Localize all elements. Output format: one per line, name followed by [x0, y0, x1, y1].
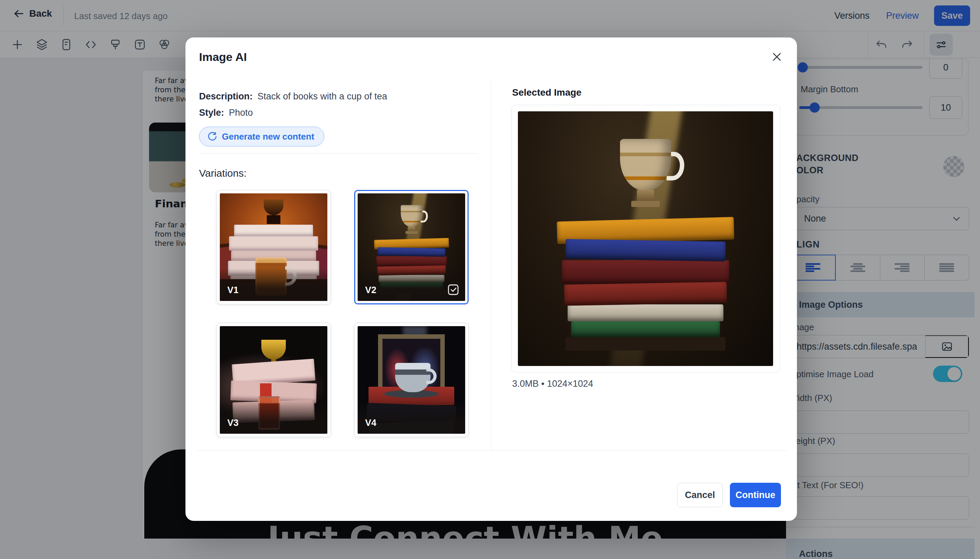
variation-thumbnail-v4[interactable]: V4: [354, 323, 469, 437]
cancel-button[interactable]: Cancel: [677, 483, 723, 507]
selected-image-card: [511, 105, 780, 372]
thumbnail-gradient: [220, 268, 327, 301]
variations-label: Variations:: [199, 167, 247, 179]
generate-label: Generate new content: [222, 131, 314, 142]
trophy-graphic: [264, 200, 284, 215]
variation-image-v1: V1: [220, 194, 327, 301]
thumbnail-gradient: [220, 401, 327, 434]
variation-label: V2: [365, 285, 376, 296]
variation-label: V4: [365, 418, 376, 428]
selected-image-preview: [518, 111, 773, 366]
style-label: Style:: [199, 108, 224, 118]
variation-thumbnail-v3[interactable]: V3: [216, 323, 331, 437]
continue-button[interactable]: Continue: [730, 483, 781, 507]
variation-thumbnail-v1[interactable]: V1: [216, 190, 331, 304]
variation-thumbnail-v2[interactable]: V2: [354, 190, 469, 304]
thumbnail-gradient: [358, 401, 465, 434]
close-icon: [771, 51, 782, 62]
variation-label: V3: [227, 418, 239, 428]
description-value: Stack of books with a cup of tea: [257, 91, 387, 101]
selected-image-label: Selected Image: [512, 87, 582, 98]
style-row: Style:Photo: [199, 108, 253, 118]
trophy-graphic: [267, 215, 280, 224]
teacup-graphic: [396, 205, 427, 238]
modal-footer-divider: [196, 450, 787, 451]
generate-new-content-button[interactable]: Generate new content: [199, 127, 324, 146]
modal-column-divider: [491, 81, 491, 450]
book-stack-graphic: [550, 219, 741, 351]
close-modal-button[interactable]: [769, 50, 784, 64]
style-value: Photo: [229, 108, 253, 118]
selected-check-icon: [447, 283, 460, 296]
variation-image-v3: V3: [220, 326, 327, 434]
refresh-icon: [207, 131, 217, 142]
modal-title: Image AI: [199, 50, 247, 64]
silver-cup-graphic: [395, 363, 431, 392]
teacup-graphic: [608, 139, 683, 217]
modal-divider: [199, 153, 478, 154]
description-label: Description:: [199, 91, 253, 101]
description-row: Description:Stack of books with a cup of…: [199, 91, 387, 102]
variation-label: V1: [227, 285, 239, 296]
selected-image-meta: 3.0MB • 1024×1024: [512, 379, 593, 389]
image-ai-modal: Image AI Description:Stack of books with…: [185, 38, 797, 521]
variation-image-v4: V4: [358, 326, 465, 434]
variation-image-v2: V2: [358, 194, 465, 301]
